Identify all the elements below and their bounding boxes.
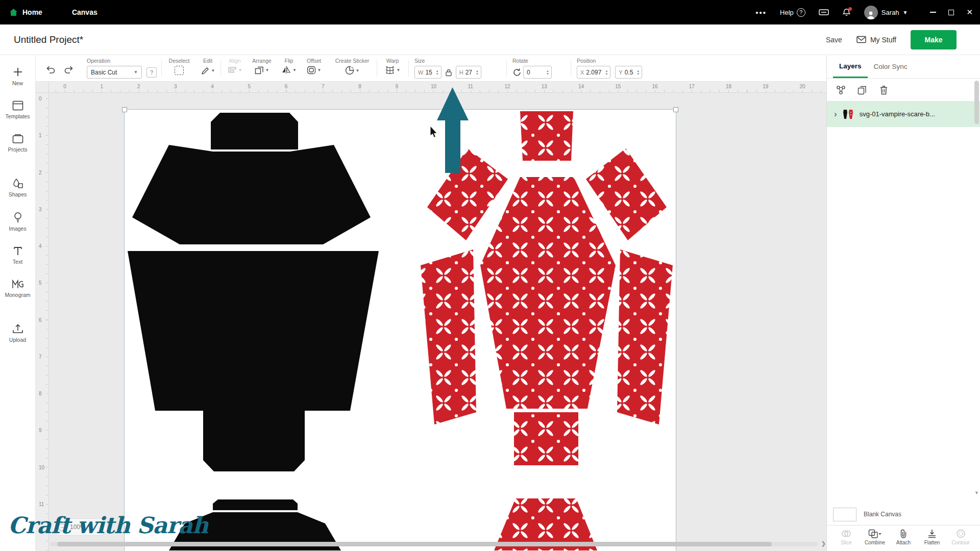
- maximize-button[interactable]: [948, 10, 954, 15]
- minimize-button[interactable]: [930, 12, 936, 13]
- height-input[interactable]: H 27 ▲▼: [456, 66, 481, 79]
- h-scrollbar-thumb[interactable]: [57, 542, 772, 546]
- project-bar: Untitled Project* Save My Stuff Make: [0, 24, 980, 55]
- panel-scrollbar[interactable]: ▼: [974, 80, 979, 495]
- ruler-number: 10: [39, 464, 44, 470]
- delete-button[interactable]: [876, 82, 891, 97]
- spinner-arrows[interactable]: ▲▼: [474, 69, 481, 76]
- selection-handle-top-right[interactable]: [673, 107, 678, 112]
- ruler-number: 11: [39, 501, 44, 507]
- edit-toolbar: Operation Basic Cut ▼ ? Deselect Edit: [36, 55, 826, 82]
- flatten-button[interactable]: Flatten: [919, 529, 945, 545]
- make-button[interactable]: Make: [911, 30, 957, 49]
- more-button[interactable]: •••: [755, 8, 767, 17]
- scroll-right-arrow[interactable]: ❯: [821, 540, 826, 547]
- sidebar-item-shapes[interactable]: Shapes: [0, 178, 36, 197]
- selection-handle-top-left[interactable]: [122, 107, 127, 112]
- align-icon: [228, 66, 237, 74]
- my-stuff-label: My Stuff: [870, 36, 896, 44]
- watermark: Craft with Sarah: [8, 512, 208, 538]
- deselect-button[interactable]: [164, 66, 194, 75]
- duplicate-button[interactable]: [854, 82, 870, 97]
- ruler-number: 6: [39, 317, 42, 322]
- operation-select[interactable]: Basic Cut ▼: [87, 66, 142, 79]
- align-button[interactable]: ▼: [224, 66, 246, 74]
- group-button[interactable]: [833, 82, 848, 97]
- panel-scrollbar-thumb[interactable]: [974, 81, 979, 124]
- contour-button[interactable]: Contour: [947, 529, 974, 545]
- chevron-down-icon: ▼: [211, 68, 215, 73]
- arrange-button[interactable]: ▼: [248, 66, 276, 74]
- operation-help-button[interactable]: ?: [146, 67, 157, 78]
- mouse-cursor: [430, 126, 439, 139]
- save-button[interactable]: Save: [826, 36, 842, 44]
- sidebar-item-new[interactable]: New: [0, 66, 36, 86]
- horizontal-scrollbar[interactable]: ❯: [50, 542, 818, 546]
- create-sticker-button[interactable]: ▼: [330, 66, 375, 75]
- redo-button[interactable]: [62, 63, 76, 76]
- flip-icon: [281, 66, 291, 74]
- sidebar-item-projects[interactable]: Projects: [0, 134, 36, 153]
- design-artwork[interactable]: [125, 110, 676, 551]
- machine-button[interactable]: [819, 8, 829, 16]
- offset-button[interactable]: ▼: [302, 66, 326, 74]
- help-label: Help: [780, 9, 794, 16]
- deselect-icon: [175, 66, 184, 75]
- attach-button[interactable]: Attach: [890, 529, 917, 545]
- avatar: [864, 6, 878, 19]
- user-menu[interactable]: Sarah ▼: [864, 6, 908, 19]
- sidebar-item-upload[interactable]: Upload: [0, 323, 36, 343]
- my-stuff-button[interactable]: My Stuff: [856, 36, 896, 44]
- layer-name: svg-01-vampire-scare-b...: [860, 110, 935, 118]
- sidebar-item-text[interactable]: Text: [0, 246, 36, 265]
- sidebar-item-templates[interactable]: Templates: [0, 101, 36, 119]
- home-label: Home: [22, 8, 42, 16]
- layer-expand-chevron[interactable]: ›: [834, 109, 837, 119]
- x-input[interactable]: X 2.097 ▲▼: [577, 66, 610, 79]
- close-button[interactable]: ✕: [966, 8, 973, 17]
- chevron-down-icon: ▼: [397, 68, 401, 72]
- rotate-label: Rotate: [512, 58, 552, 64]
- blank-canvas-swatch[interactable]: [833, 508, 856, 521]
- spinner-arrows[interactable]: ▲▼: [544, 69, 551, 76]
- rotate-input[interactable]: 0 ▲▼: [523, 66, 552, 79]
- sidebar-item-monogram[interactable]: Monogram: [0, 279, 36, 298]
- lock-button[interactable]: [445, 68, 452, 77]
- sidebar-item-images[interactable]: Images: [0, 212, 36, 232]
- width-input[interactable]: W 15 ▲▼: [414, 66, 442, 79]
- slice-button[interactable]: Slice: [833, 529, 860, 545]
- red-coffin-pieces[interactable]: [421, 111, 673, 550]
- text-icon: [13, 246, 23, 256]
- spinner-arrows[interactable]: ▲▼: [603, 69, 610, 76]
- ruler-number: 18: [726, 84, 731, 89]
- ruler-number: 14: [578, 84, 584, 89]
- warp-button[interactable]: ▼: [380, 66, 405, 74]
- spinner-arrows[interactable]: ▲▼: [634, 69, 642, 76]
- black-coffin-template[interactable]: [128, 113, 379, 550]
- scroll-down-arrow[interactable]: ▼: [974, 490, 979, 495]
- ruler-number: 1: [39, 133, 42, 138]
- layer-row[interactable]: › svg-01-vampire-scare-b...: [827, 101, 980, 127]
- arrange-icon: [255, 66, 264, 74]
- edit-button[interactable]: ▼: [196, 66, 219, 75]
- tab-color-sync[interactable]: Color Sync: [868, 56, 914, 77]
- ruler-number: 7: [39, 354, 42, 359]
- tab-layers[interactable]: Layers: [833, 56, 868, 78]
- warp-icon: [385, 66, 395, 74]
- spinner-arrows[interactable]: ▲▼: [434, 69, 441, 76]
- offset-icon: [307, 66, 316, 74]
- ruler-number: 16: [652, 84, 657, 89]
- y-input[interactable]: Y 0.5 ▲▼: [615, 66, 642, 79]
- home-button[interactable]: Home: [9, 8, 42, 16]
- canvas-area[interactable]: 01234567891011121314151617181920 0123456…: [36, 82, 826, 551]
- vertical-ruler: 01234567891011: [36, 82, 49, 551]
- canvas-page[interactable]: [125, 110, 676, 551]
- project-title: Untitled Project*: [14, 34, 83, 45]
- flip-button[interactable]: ▼: [279, 66, 299, 74]
- combine-button[interactable]: Combine: [862, 529, 888, 545]
- canvas-tab[interactable]: Canvas: [72, 8, 97, 16]
- notifications-button[interactable]: [842, 8, 851, 17]
- undo-button[interactable]: [44, 63, 57, 76]
- ruler-number: 3: [174, 84, 177, 89]
- help-button[interactable]: Help ?: [780, 8, 805, 17]
